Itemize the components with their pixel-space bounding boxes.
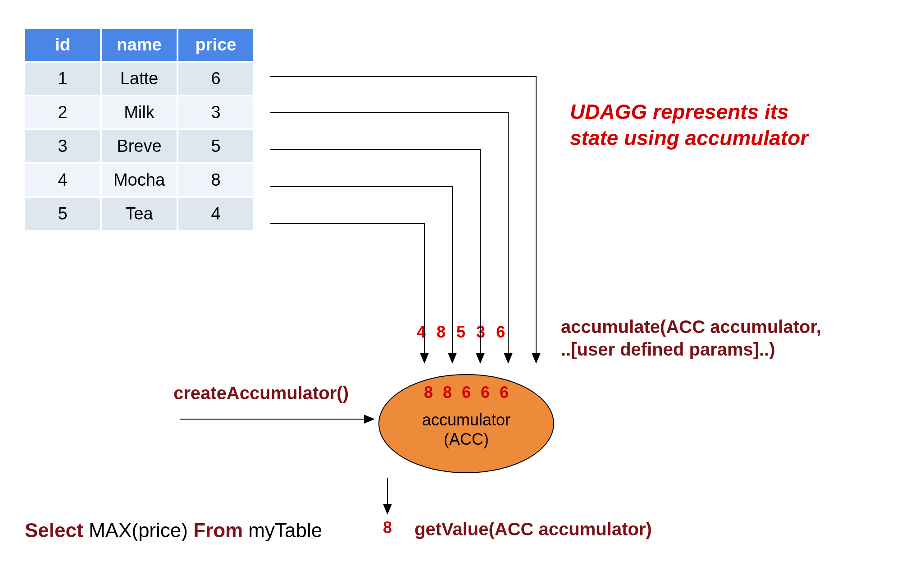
cell: 6 [178,62,254,96]
label-accumulate-line: ..[user defined params]..) [561,339,775,359]
acc-label-line: (ACC) [422,429,510,449]
accumulator-label: accumulator (ACC) [422,410,510,449]
col-name: name [101,28,178,62]
cell: 4 [178,197,254,231]
incoming-value: 3 [476,323,485,342]
inner-value: 6 [500,383,509,402]
cell: 5 [178,129,254,163]
cell: 3 [178,96,254,129]
table-row: 1 Latte 6 [24,62,254,96]
table-row: 2 Milk 3 [24,96,254,129]
row-arrow-1 [270,77,536,363]
caption-udagg: UDAGG represents its state using accumul… [570,99,808,151]
output-value: 8 [383,518,392,537]
incoming-value: 4 [417,323,426,342]
col-id: id [24,28,101,62]
cell: Milk [101,96,178,129]
incoming-value: 8 [437,323,446,342]
table-row: 5 Tea 4 [24,197,254,231]
caption-line: state using accumulator [570,125,808,151]
cell: 1 [24,62,101,96]
accumulator-ellipse: 8 8 6 6 6 accumulator (ACC) [378,374,554,473]
diagram-canvas: id name price 1 Latte 6 2 Milk 3 3 Breve… [0,0,924,580]
label-accumulate: accumulate(ACC accumulator, ..[user defi… [561,315,821,361]
cell: 5 [24,197,101,231]
acc-label-line: accumulator [422,410,510,429]
label-getValue: getValue(ACC accumulator) [414,519,652,539]
cell: Breve [101,129,178,163]
row-arrow-5 [270,224,424,363]
caption-line: UDAGG represents its [570,99,808,125]
table-row: 4 Mocha 8 [24,163,254,197]
inner-value: 6 [481,383,490,402]
sql-query: Select MAX(price) From myTable [25,519,322,542]
source-table: id name price 1 Latte 6 2 Milk 3 3 Breve… [23,27,255,232]
inner-value: 6 [462,383,471,402]
label-createAccumulator: createAccumulator() [173,383,349,403]
cell: Latte [101,62,178,96]
cell: 4 [24,163,101,197]
cell: 8 [178,163,254,197]
inner-values: 8 8 6 6 6 [379,383,553,402]
cell: Mocha [101,163,178,197]
sql-token: From [193,519,248,541]
incoming-value: 5 [456,323,465,342]
incoming-value: 6 [496,323,505,342]
inner-value: 8 [424,383,433,402]
incoming-values: 4 8 5 3 6 [417,323,505,342]
col-price: price [178,28,254,62]
table-row: 3 Breve 5 [24,129,254,163]
cell: 2 [24,96,101,129]
sql-token: MAX(price) [89,519,193,541]
cell: Tea [101,197,178,231]
label-accumulate-line: accumulate(ACC accumulator, [561,317,821,337]
sql-token: myTable [248,519,322,541]
cell: 3 [24,129,101,163]
sql-token: Select [25,519,89,541]
inner-value: 8 [443,383,452,402]
